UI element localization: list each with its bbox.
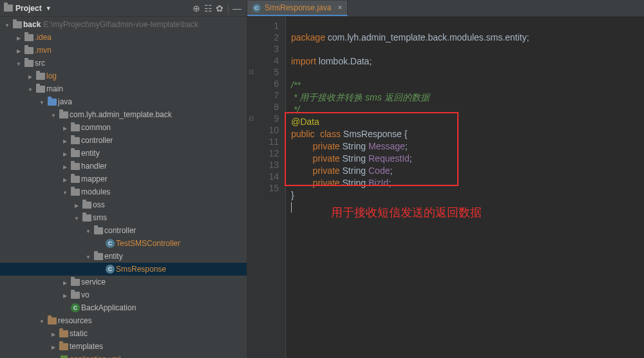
folder-icon — [36, 73, 45, 80]
line-number: 15 — [247, 182, 279, 194]
folder-icon — [71, 163, 80, 170]
tree-label: templates — [70, 342, 103, 351]
line-number: 7 — [247, 90, 279, 101]
tree-label: .mvn — [35, 46, 52, 55]
tree-label: BackApplication — [81, 303, 136, 312]
tree-label: controller — [81, 136, 113, 145]
line-gutter: 1 2 3 4 ⊟5 6 7 8 ⊟9 10 11 12 13 14 15 — [247, 17, 286, 358]
tab-label: SmsResponse.java — [265, 3, 331, 12]
tree-item-testsmscontroller[interactable]: C TestSMSController — [0, 237, 247, 250]
line-number: 14 — [247, 171, 279, 182]
text-caret — [291, 202, 292, 212]
folder-icon — [71, 189, 80, 196]
close-tab-icon[interactable]: × — [337, 3, 342, 12]
tree-item-log[interactable]: log — [0, 70, 247, 82]
folder-icon — [82, 214, 91, 221]
tree-item-handler[interactable]: handler — [0, 160, 247, 173]
tree-label: com.lyh.admin_template.back — [70, 110, 172, 119]
tree-label: java — [58, 97, 72, 106]
tree-item-common[interactable]: common — [0, 121, 247, 134]
line-number: 13 — [247, 159, 279, 171]
tree-item-service[interactable]: service — [0, 276, 247, 288]
tree-item-controller[interactable]: controller — [0, 134, 247, 147]
tree-label: SmsResponse — [116, 265, 166, 274]
line-number: 2 — [247, 32, 279, 43]
hide-icon[interactable]: — — [231, 3, 243, 14]
tree-item-mapper[interactable]: mapper — [0, 173, 247, 185]
tab-smsresponse[interactable]: C SmsResponse.java × — [247, 1, 348, 16]
tree-item-sms-controller[interactable]: controller — [0, 224, 247, 237]
tree-item-oss[interactable]: oss — [0, 198, 247, 211]
folder-icon — [94, 227, 103, 234]
folder-icon — [36, 86, 45, 93]
tree-label: sms — [93, 213, 107, 222]
tree-label: application.yml — [70, 355, 120, 358]
tree-root[interactable]: back E:\myProject\myGit\admin-vue-templa… — [0, 18, 247, 31]
project-icon — [4, 5, 13, 12]
project-tree[interactable]: back E:\myProject\myGit\admin-vue-templa… — [0, 17, 247, 358]
line-number: 1 — [247, 20, 279, 32]
class-icon: C — [71, 303, 80, 312]
tree-item-idea[interactable]: .idea — [0, 31, 247, 44]
tree-item-package[interactable]: com.lyh.admin_template.back — [0, 108, 247, 121]
tree-item-mvn[interactable]: .mvn — [0, 44, 247, 57]
tree-item-appyml[interactable]: application.yml — [0, 353, 247, 358]
folder-icon — [82, 202, 91, 209]
tree-label: resources — [58, 316, 92, 325]
tree-label: vo — [81, 290, 90, 299]
tree-item-java[interactable]: java — [0, 95, 247, 108]
folder-icon — [71, 279, 80, 286]
folder-icon — [71, 137, 80, 144]
tree-item-entity[interactable]: entity — [0, 147, 247, 160]
chevron-down-icon: ▼ — [46, 5, 52, 12]
project-header: Project ▼ ⊕ ☷ ✿ — — [0, 0, 247, 17]
line-number: ⊟5 — [247, 66, 279, 78]
line-number: 11 — [247, 136, 279, 147]
line-number: 8 — [247, 101, 279, 113]
tree-label: modules — [81, 187, 110, 196]
tree-label: handler — [81, 162, 107, 171]
tree-item-sms-entity[interactable]: entity — [0, 250, 247, 263]
folder-icon — [24, 60, 33, 67]
yaml-file-icon — [61, 355, 68, 359]
tree-label: TestSMSController — [116, 239, 180, 248]
folder-icon — [71, 150, 80, 157]
line-number: 6 — [247, 78, 279, 90]
settings-icon[interactable]: ✿ — [214, 3, 225, 14]
folder-icon — [24, 47, 33, 54]
annotation-text: 用于接收短信发送的返回数据 — [331, 207, 482, 218]
tree-item-backapplication[interactable]: C BackApplication — [0, 301, 247, 314]
tree-item-main[interactable]: main — [0, 82, 247, 95]
tree-item-templates[interactable]: templates — [0, 340, 247, 353]
tree-item-static[interactable]: static — [0, 327, 247, 340]
tree-item-vo[interactable]: vo — [0, 288, 247, 301]
line-number: 4 — [247, 55, 279, 66]
tree-label: mapper — [81, 174, 108, 184]
tree-item-sms[interactable]: sms — [0, 211, 247, 224]
collapse-all-icon[interactable]: ☷ — [202, 3, 214, 14]
package-icon — [59, 111, 68, 118]
folder-icon — [59, 330, 68, 337]
root-name: back — [23, 20, 41, 29]
tree-item-src[interactable]: src — [0, 57, 247, 70]
folder-icon — [48, 317, 57, 325]
tree-item-modules[interactable]: modules — [0, 185, 247, 198]
folder-icon — [24, 34, 33, 41]
class-icon: C — [106, 265, 115, 274]
folder-icon — [71, 176, 80, 183]
tree-item-smsresponse[interactable]: C SmsResponse — [0, 263, 247, 276]
project-sidebar: Project ▼ ⊕ ☷ ✿ — back E:\myProject\myGi… — [0, 0, 247, 358]
tree-label: service — [81, 278, 106, 287]
locate-icon[interactable]: ⊕ — [191, 3, 202, 14]
tree-item-resources[interactable]: resources — [0, 314, 247, 327]
project-selector[interactable]: Project ▼ — [4, 4, 52, 13]
folder-icon — [94, 253, 103, 260]
project-title: Project — [15, 4, 42, 13]
code-content[interactable]: package com.lyh.admin_template.back.modu… — [286, 17, 644, 358]
class-icon: C — [252, 4, 261, 12]
line-number: 3 — [247, 43, 279, 55]
tree-label: controller — [104, 226, 136, 235]
tree-label: main — [46, 84, 63, 93]
tree-label: static — [70, 329, 88, 338]
code-area[interactable]: 1 2 3 4 ⊟5 6 7 8 ⊟9 10 11 12 13 14 15 pa… — [247, 17, 644, 358]
